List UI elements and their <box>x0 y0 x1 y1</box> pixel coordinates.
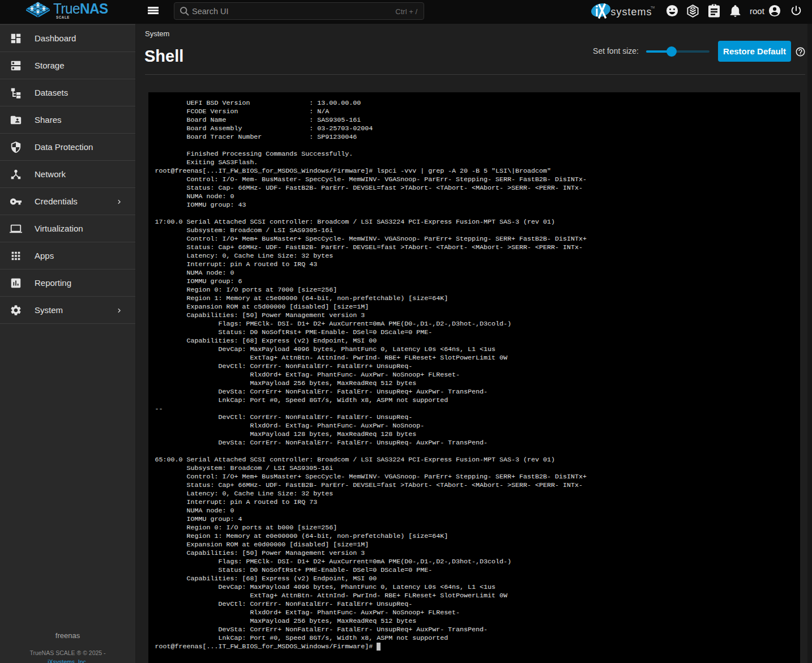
svg-text:systems: systems <box>611 6 652 18</box>
svg-text:TM: TM <box>651 6 655 9</box>
